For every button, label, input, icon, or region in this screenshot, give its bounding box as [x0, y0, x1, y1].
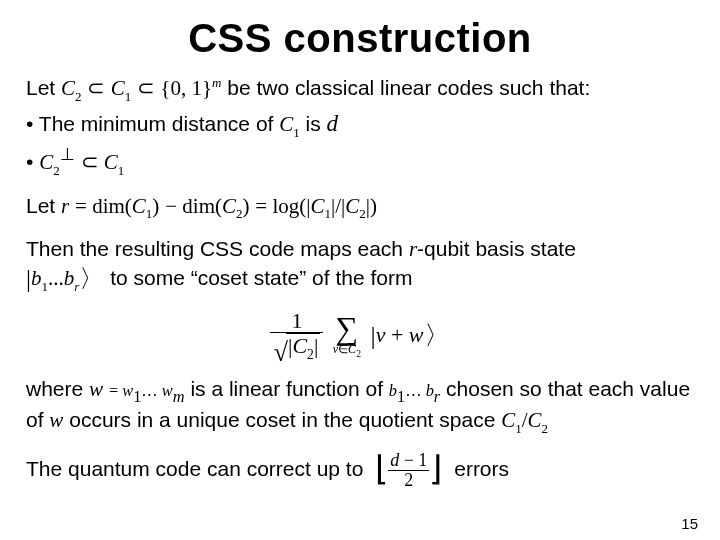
text: |/| [331, 194, 345, 218]
sym-c2: C [528, 408, 542, 432]
plus: + [385, 322, 408, 347]
sub: r [434, 387, 440, 406]
sigma-icon: ∑ [333, 312, 361, 344]
sym-w: w [409, 322, 424, 347]
text: errors [454, 457, 509, 480]
sqrt: √ |C2| [273, 333, 320, 362]
subset-icon: ⊂ [87, 76, 110, 100]
sym-c2: C [222, 194, 236, 218]
num: 1 [191, 76, 202, 100]
sub: 2 [307, 347, 314, 362]
text: is [306, 112, 327, 135]
slide: CSS construction Let C2 ⊂ C1 ⊂ {0, 1}m b… [0, 0, 720, 540]
slide-title: CSS construction [26, 16, 694, 61]
sym-b: b [426, 381, 434, 400]
sym-b: b [31, 266, 42, 290]
minus: − [165, 194, 182, 218]
sqrt-icon: √ [273, 339, 287, 368]
then-paragraph: Then the resulting CSS code maps each r-… [26, 236, 694, 295]
sub: 2 [542, 421, 549, 436]
sym-c2: C [345, 194, 359, 218]
sym-c2: C [292, 333, 307, 358]
sym-d: d [390, 450, 399, 470]
sub: 1 [293, 125, 300, 140]
paren: ) [243, 194, 250, 218]
text: Then the resulting CSS code maps each [26, 237, 409, 260]
sub: 1 [41, 279, 48, 294]
text: -qubit basis state [417, 237, 576, 260]
ket-right-icon: 〉 [424, 321, 450, 350]
sub: 2 [75, 89, 82, 104]
dots: … [405, 381, 425, 400]
page-number: 15 [681, 515, 698, 532]
sym-c1: C [104, 150, 118, 174]
text: − 1 [399, 450, 427, 470]
sub: 1 [515, 421, 522, 436]
sym-c2: C [39, 150, 53, 174]
text: Let [26, 76, 61, 99]
bullet-perp: • C2⊥ ⊂ C1 [26, 145, 694, 179]
sym-w: w [89, 377, 103, 401]
sym-c1: C [501, 408, 515, 432]
text: is a linear function of [190, 377, 388, 400]
eq: = [255, 194, 272, 218]
text: occurs in a unique coset in the quotient… [63, 408, 501, 431]
floor-expression: ⌊ d − 1 2 ⌋ [375, 451, 442, 490]
sym-w: w [122, 381, 133, 400]
floor-right-icon: ⌋ [429, 455, 442, 482]
text: Let [26, 194, 61, 217]
sym-c1: C [310, 194, 324, 218]
sym-c2: C [61, 76, 75, 100]
sub: 2 [359, 206, 366, 221]
numerator: 1 [270, 309, 323, 333]
sub: 1 [118, 163, 125, 178]
sym-r: r [61, 194, 69, 218]
sym-d: d [327, 110, 339, 136]
brace: { [160, 76, 170, 100]
text: |) [366, 194, 377, 218]
sym-b: b [389, 381, 397, 400]
comma: , [181, 76, 192, 100]
sub: 1 [325, 206, 332, 221]
sym-w: w [49, 408, 63, 432]
sub: 2 [53, 163, 60, 178]
sub: r [74, 279, 79, 294]
where-paragraph: where w = w1… wm is a linear function of… [26, 376, 694, 437]
text: • The minimum distance of [26, 112, 279, 135]
coset-state-formula: 1 √ |C2| ∑ v∈C2 [26, 309, 694, 362]
premise-line: Let C2 ⊂ C1 ⊂ {0, 1}m be two classical l… [26, 75, 694, 105]
dim: dim( [182, 194, 222, 218]
bar: | [314, 333, 318, 358]
sub: 1 [125, 89, 132, 104]
sym-c1: C [111, 76, 125, 100]
fraction: 1 √ |C2| [270, 309, 323, 362]
error-capacity-line: The quantum code can correct up to ⌊ d −… [26, 451, 694, 490]
perp-icon: ⊥ [60, 145, 75, 164]
text: be two classical linear codes such that: [227, 76, 590, 99]
eq: = [109, 381, 122, 400]
sym-r: r [409, 237, 417, 261]
dim: dim( [92, 194, 132, 218]
text: The quantum code can correct up to [26, 457, 369, 480]
sym-v: v [376, 322, 386, 347]
eq: = [75, 194, 92, 218]
slide-body: Let C2 ⊂ C1 ⊂ {0, 1}m be two classical l… [26, 75, 694, 490]
sym-b: b [64, 266, 75, 290]
sym-w: w [162, 381, 173, 400]
sub: 1 [146, 206, 153, 221]
dots: … [141, 381, 161, 400]
text: to some “coset state” of the form [110, 266, 412, 289]
log: log(| [272, 194, 310, 218]
dots: ... [48, 266, 64, 290]
summation: ∑ v∈C2 [333, 312, 361, 360]
floor-left-icon: ⌊ [375, 455, 388, 482]
subset-icon: ⊂ [137, 76, 160, 100]
sub: 1 [133, 387, 141, 406]
subset-icon: ⊂ [81, 150, 104, 174]
sub: 1 [397, 387, 405, 406]
brace: } [202, 76, 212, 100]
sub: m [173, 387, 185, 406]
paren: ) [152, 194, 159, 218]
sym-c1: C [132, 194, 146, 218]
def-r-line: Let r = dim(C1) − dim(C2) = log(|C1|/|C2… [26, 193, 694, 223]
